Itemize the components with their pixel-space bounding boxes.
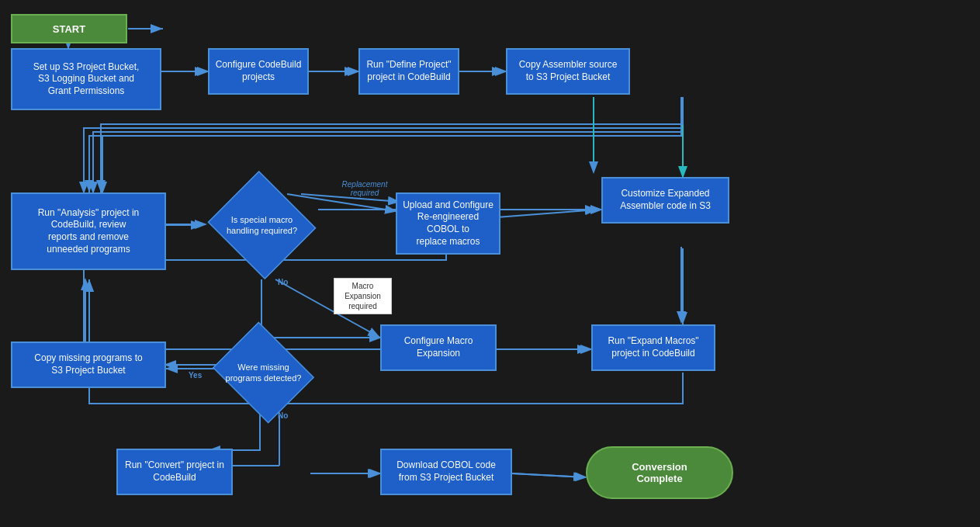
run-define-node: Run "Define Project" project in CodeBuil…: [358, 48, 459, 95]
upload-configure-label: Upload and Configure Re-engineered COBOL…: [402, 199, 494, 248]
customize-assembler-label: Customize Expanded Assembler code in S3: [620, 188, 711, 212]
customize-assembler-node: Customize Expanded Assembler code in S3: [601, 177, 729, 224]
run-define-label: Run "Define Project" project in CodeBuil…: [366, 59, 451, 83]
no-label-2: No: [278, 411, 288, 420]
run-convert-node: Run "Convert" project in CodeBuild: [116, 449, 233, 495]
missing-programs-diamond: Were missing programs detected?: [207, 326, 320, 419]
run-analysis-label: Run "Analysis" project in CodeBuild, rev…: [38, 207, 140, 255]
start-node: START: [11, 14, 127, 43]
upload-configure-node: Upload and Configure Re-engineered COBOL…: [396, 192, 500, 255]
start-label: START: [53, 23, 85, 35]
copy-missing-node: Copy missing programs to S3 Project Buck…: [11, 342, 166, 388]
svg-line-15: [512, 473, 586, 477]
copy-assembler-label: Copy Assembler source to S3 Project Buck…: [519, 59, 618, 83]
configure-macro-exp-node: Configure Macro Expansion: [380, 324, 497, 371]
no-label-1: No: [278, 278, 288, 286]
configure-codebuild-node: Configure CodeBuild projects: [208, 48, 309, 95]
run-expand-node: Run "Expand Macros" project in CodeBuild: [591, 324, 715, 371]
special-macro-diamond: Is special macro handling required?: [206, 175, 318, 276]
svg-line-29: [512, 473, 586, 477]
download-cobol-node: Download COBOL code from S3 Project Buck…: [380, 449, 512, 495]
yes-label-1: Yes: [189, 371, 202, 380]
setup-s3-label: Set up S3 Project Bucket, S3 Logging Buc…: [33, 61, 140, 98]
macro-expansion-required-label: Macro Expansion required: [334, 278, 392, 314]
setup-s3-node: Set up S3 Project Bucket, S3 Logging Buc…: [11, 48, 161, 110]
copy-missing-label: Copy missing programs to S3 Project Buck…: [34, 352, 142, 376]
run-expand-label: Run "Expand Macros" project in CodeBuild: [608, 335, 698, 359]
replacement-required-label: Replacement required: [334, 180, 396, 197]
configure-macro-exp-label: Configure Macro Expansion: [404, 335, 473, 359]
copy-assembler-node: Copy Assembler source to S3 Project Buck…: [506, 48, 630, 95]
conversion-complete-node: Conversion Complete: [586, 446, 733, 499]
flowchart: START Set up S3 Project Bucket, S3 Loggi…: [0, 0, 980, 527]
configure-codebuild-label: Configure CodeBuild projects: [216, 59, 302, 83]
svg-line-16: [497, 210, 597, 217]
download-cobol-label: Download COBOL code from S3 Project Buck…: [397, 459, 496, 484]
run-convert-label: Run "Convert" project in CodeBuild: [125, 459, 224, 484]
run-analysis-node: Run "Analysis" project in CodeBuild, rev…: [11, 192, 166, 270]
conversion-complete-label: Conversion Complete: [632, 461, 687, 484]
